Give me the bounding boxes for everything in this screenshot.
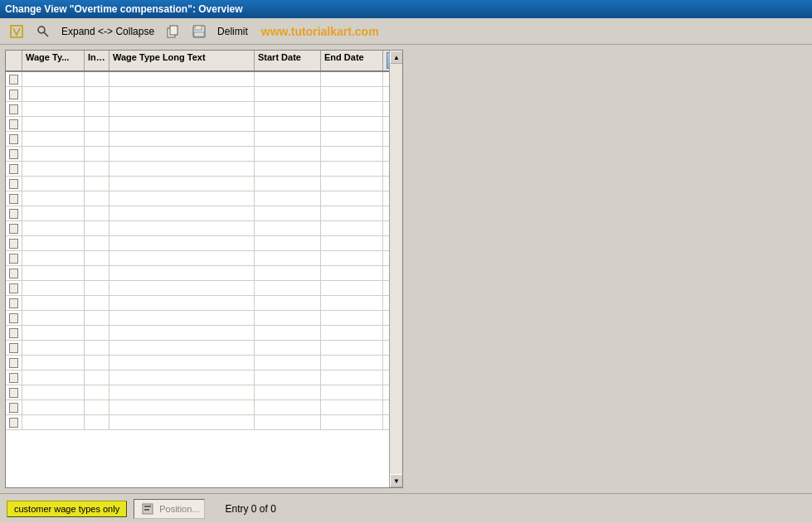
table-row[interactable] xyxy=(6,266,402,281)
row-checkbox[interactable] xyxy=(9,239,18,249)
row-checkbox[interactable] xyxy=(9,194,18,204)
table-container[interactable]: Wage Ty... Inf... Wage Type Long Text St… xyxy=(5,50,403,488)
position-btn-label: Position... xyxy=(159,504,199,514)
col-header-startdate: Start Date xyxy=(255,51,321,70)
row-checkbox[interactable] xyxy=(9,119,18,129)
toolbar-save-btn[interactable] xyxy=(187,22,211,41)
title-bar: Change View "Overtime compensation": Ove… xyxy=(0,0,812,18)
scrollbar[interactable]: ▲ ▼ xyxy=(389,51,402,487)
table-row[interactable] xyxy=(6,206,402,221)
search-icon xyxy=(35,24,51,39)
table-row[interactable] xyxy=(6,117,402,132)
svg-point-1 xyxy=(38,27,45,33)
table-row[interactable] xyxy=(6,385,402,400)
row-checkbox[interactable] xyxy=(9,298,18,308)
row-checkbox[interactable] xyxy=(9,179,18,189)
row-checkbox[interactable] xyxy=(9,269,18,278)
table-row[interactable] xyxy=(6,370,402,385)
row-checkbox[interactable] xyxy=(9,209,18,219)
row-checkbox[interactable] xyxy=(9,388,18,398)
table-row[interactable] xyxy=(6,132,402,147)
row-checkbox[interactable] xyxy=(9,134,18,144)
row-checkbox[interactable] xyxy=(9,224,18,234)
col-header-wagety: Wage Ty... xyxy=(22,51,85,70)
table-row[interactable] xyxy=(6,251,402,266)
table-row[interactable] xyxy=(6,147,402,162)
svg-line-2 xyxy=(44,32,48,36)
col-header-inf: Inf... xyxy=(85,51,109,70)
toolbar: Expand <-> Collapse Delimit www.tutorial… xyxy=(0,18,812,45)
watermark: www.tutorialkart.com xyxy=(261,25,379,38)
table-row[interactable] xyxy=(6,341,402,356)
table-row[interactable] xyxy=(6,281,402,296)
col-header-checkbox xyxy=(6,51,22,70)
title-text: Change View "Overtime compensation": Ove… xyxy=(5,3,243,15)
table-row[interactable] xyxy=(6,102,402,117)
col-header-enddate: End Date xyxy=(321,51,383,70)
toolbar-search-btn[interactable] xyxy=(32,22,55,41)
table-body[interactable] xyxy=(6,72,402,488)
svg-rect-15 xyxy=(144,509,149,511)
row-checkbox[interactable] xyxy=(9,358,18,368)
scroll-down-btn[interactable]: ▼ xyxy=(390,474,403,487)
table-row[interactable] xyxy=(6,221,402,236)
table-row[interactable] xyxy=(6,400,402,415)
row-checkbox[interactable] xyxy=(9,343,18,353)
table-container-outer: Wage Ty... Inf... Wage Type Long Text St… xyxy=(5,50,403,488)
row-checkbox[interactable] xyxy=(9,254,18,264)
table-row[interactable] xyxy=(6,326,402,341)
row-checkbox[interactable] xyxy=(9,373,18,383)
position-icon xyxy=(139,501,156,516)
toolbar-copy-btn[interactable] xyxy=(161,22,184,41)
delimit-btn[interactable]: Delimit xyxy=(214,24,251,39)
position-btn[interactable]: Position... xyxy=(134,499,205,519)
table-row[interactable] xyxy=(6,296,402,311)
status-bar: customer wage types only Position... Ent… xyxy=(0,493,812,523)
copy-icon xyxy=(164,24,181,39)
row-checkbox[interactable] xyxy=(9,403,18,413)
svg-rect-7 xyxy=(194,32,204,36)
row-checkbox[interactable] xyxy=(9,328,18,338)
svg-rect-6 xyxy=(195,26,202,30)
row-checkbox[interactable] xyxy=(9,149,18,159)
row-checkbox[interactable] xyxy=(9,104,18,114)
row-checkbox[interactable] xyxy=(9,75,18,85)
delimit-label: Delimit xyxy=(217,26,248,37)
col-header-wagelong: Wage Type Long Text xyxy=(109,51,255,70)
table-row[interactable] xyxy=(6,415,402,430)
table-row[interactable] xyxy=(6,177,402,191)
scroll-up-btn[interactable]: ▲ xyxy=(390,51,403,64)
table-row[interactable] xyxy=(6,236,402,251)
table-row[interactable] xyxy=(6,87,402,102)
row-checkbox[interactable] xyxy=(9,418,18,428)
save-icon xyxy=(191,24,207,39)
table-row[interactable] xyxy=(6,311,402,326)
entry-info: Entry 0 of 0 xyxy=(225,503,275,515)
table-header: Wage Ty... Inf... Wage Type Long Text St… xyxy=(6,51,402,72)
row-checkbox[interactable] xyxy=(9,90,18,99)
row-checkbox[interactable] xyxy=(9,313,18,323)
table-row[interactable] xyxy=(6,162,402,177)
expand-collapse-label: Expand <-> Collapse xyxy=(61,26,154,37)
row-checkbox[interactable] xyxy=(9,283,18,293)
table-row[interactable] xyxy=(6,356,402,370)
system-icon xyxy=(8,24,25,39)
table-row[interactable] xyxy=(6,191,402,206)
main-content: Wage Ty... Inf... Wage Type Long Text St… xyxy=(0,45,812,493)
table-row[interactable] xyxy=(6,72,402,87)
scroll-track[interactable] xyxy=(390,64,402,474)
toolbar-system-icon[interactable] xyxy=(5,22,28,41)
expand-collapse-btn[interactable]: Expand <-> Collapse xyxy=(58,24,158,39)
svg-rect-4 xyxy=(170,26,177,35)
customer-btn-label: customer wage types only xyxy=(14,504,119,514)
customer-wage-types-btn[interactable]: customer wage types only xyxy=(7,501,127,517)
row-checkbox[interactable] xyxy=(9,164,18,174)
svg-rect-14 xyxy=(144,506,151,507)
